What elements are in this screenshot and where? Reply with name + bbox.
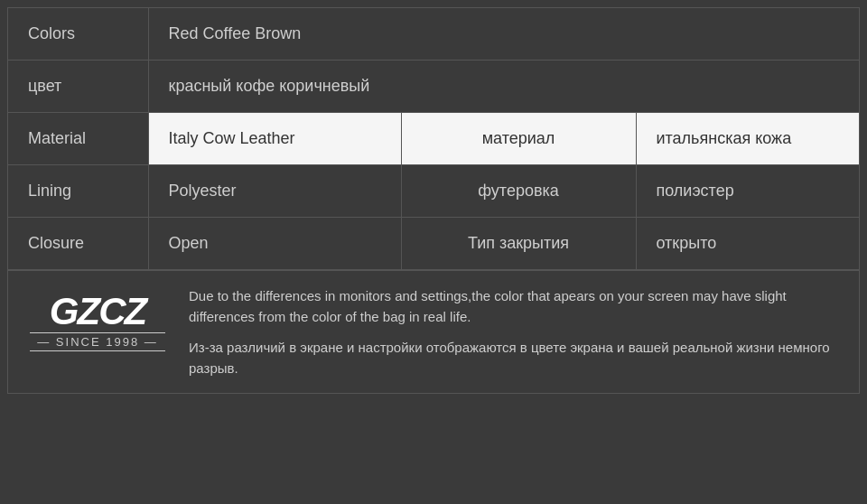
colors-label: Colors xyxy=(8,8,148,61)
lining-value-en: Polyester xyxy=(148,165,401,218)
closure-label: Closure xyxy=(8,218,148,270)
closure-value-en: Open xyxy=(148,218,401,270)
lining-value-ru-label: футеровка xyxy=(401,165,636,218)
closure-row: Closure Open Тип закрытия открыто xyxy=(8,218,859,270)
disclaimer-text: Due to the differences in monitors and s… xyxy=(189,285,846,378)
colors-value: Red Coffee Brown xyxy=(148,8,859,61)
color-ru-label: цвет xyxy=(8,61,148,113)
material-value-en: Italy Cow Leather xyxy=(148,113,401,165)
logo-text: GZCZ xyxy=(50,293,145,331)
disclaimer-en: Due to the differences in monitors and s… xyxy=(189,285,846,328)
material-value-ru-label: материал xyxy=(401,113,636,165)
material-label: Material xyxy=(8,113,148,165)
material-row: Material Italy Cow Leather материал итал… xyxy=(8,113,859,165)
logo-since: — SINCE 1998 — xyxy=(30,332,165,351)
brand-logo: GZCZ — SINCE 1998 — xyxy=(21,285,174,359)
color-ru-row: цвет красный кофе коричневый xyxy=(8,61,859,113)
lining-row: Lining Polyester футеровка полиэстер xyxy=(8,165,859,218)
closure-value-ru: открыто xyxy=(636,218,859,270)
footer-section: GZCZ — SINCE 1998 — Due to the differenc… xyxy=(8,270,859,393)
closure-value-ru-label: Тип закрытия xyxy=(401,218,636,270)
lining-value-ru: полиэстер xyxy=(636,165,859,218)
lining-label: Lining xyxy=(8,165,148,218)
color-ru-value: красный кофе коричневый xyxy=(148,61,859,113)
colors-row: Colors Red Coffee Brown xyxy=(8,8,859,61)
disclaimer-ru: Из-за различий в экране и настройки отоб… xyxy=(189,337,846,379)
material-value-ru: итальянская кожа xyxy=(636,113,859,165)
